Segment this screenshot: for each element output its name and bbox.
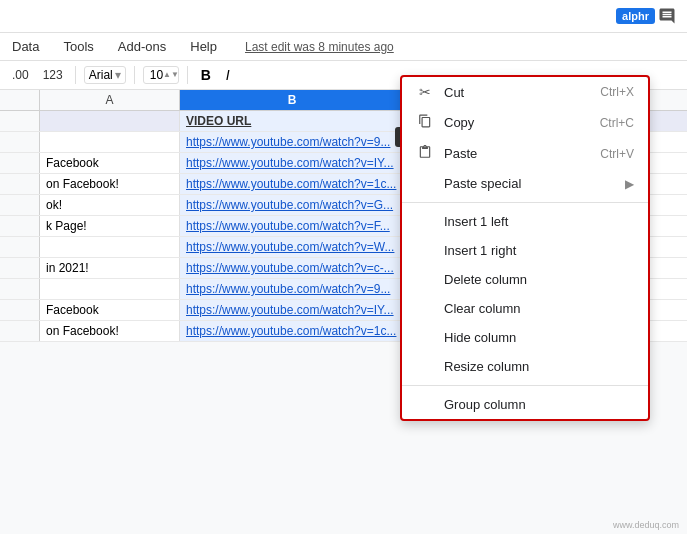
menu-help[interactable]: Help <box>186 37 221 56</box>
ctx-divider-2 <box>402 385 648 386</box>
menu-bar: Data Tools Add-ons Help Last edit was 8 … <box>0 33 687 61</box>
ctx-copy-shortcut: Ctrl+C <box>600 116 634 130</box>
top-bar: alphr <box>0 0 687 33</box>
ctx-delete-col[interactable]: Delete column <box>402 265 648 294</box>
ctx-delete-col-label: Delete column <box>444 272 634 287</box>
ctx-copy-label: Copy <box>444 115 590 130</box>
ctx-paste[interactable]: Paste Ctrl+V <box>402 138 648 169</box>
ctx-cut[interactable]: ✂ Cut Ctrl+X <box>402 77 648 107</box>
ctx-clear-col[interactable]: Clear column <box>402 294 648 323</box>
ctx-copy[interactable]: Copy Ctrl+C <box>402 107 648 138</box>
ctx-insert-left-label: Insert 1 left <box>444 214 634 229</box>
paste-icon <box>416 145 434 162</box>
header-cell-b: VIDEO URL <box>180 111 405 131</box>
brand-badge: alphr <box>616 8 655 24</box>
bold-btn[interactable]: B <box>196 65 216 85</box>
ctx-hide-col[interactable]: Hide column <box>402 323 648 352</box>
row-num-header <box>0 90 40 110</box>
decimal-btn[interactable]: .00 <box>8 66 33 84</box>
header-row-num <box>0 111 40 131</box>
context-menu: ✂ Cut Ctrl+X Copy Ctrl+C Paste Ctrl+V Pa… <box>400 75 650 421</box>
ctx-resize-col-label: Resize column <box>444 359 634 374</box>
ctx-paste-special-label: Paste special <box>444 176 615 191</box>
submenu-arrow-icon: ▶ <box>625 177 634 191</box>
ctx-group-col[interactable]: Group column <box>402 390 648 419</box>
ctx-insert-left[interactable]: Insert 1 left <box>402 207 648 236</box>
font-select[interactable]: Arial ▾ <box>84 66 126 84</box>
toolbar-separator-2 <box>134 66 135 84</box>
header-cell-a <box>40 111 180 131</box>
ctx-divider-1 <box>402 202 648 203</box>
copy-icon <box>416 114 434 131</box>
menu-addons[interactable]: Add-ons <box>114 37 170 56</box>
font-size-box[interactable]: 10 ▲▼ <box>143 66 179 84</box>
ctx-paste-label: Paste <box>444 146 590 161</box>
ctx-group-col-label: Group column <box>444 397 634 412</box>
ctx-paste-shortcut: Ctrl+V <box>600 147 634 161</box>
col-header-b[interactable]: B <box>180 90 405 110</box>
ctx-cut-shortcut: Ctrl+X <box>600 85 634 99</box>
ctx-clear-col-label: Clear column <box>444 301 634 316</box>
ctx-hide-col-label: Hide column <box>444 330 634 345</box>
menu-tools[interactable]: Tools <box>59 37 97 56</box>
col-header-a[interactable]: A <box>40 90 180 110</box>
cut-icon: ✂ <box>416 84 434 100</box>
ctx-resize-col[interactable]: Resize column <box>402 352 648 381</box>
ctx-insert-right-label: Insert 1 right <box>444 243 634 258</box>
toolbar-separator-1 <box>75 66 76 84</box>
format-btn[interactable]: 123 <box>39 66 67 84</box>
toolbar-separator-3 <box>187 66 188 84</box>
italic-btn[interactable]: I <box>222 65 234 85</box>
comment-icon[interactable] <box>655 4 679 28</box>
last-edit: Last edit was 8 minutes ago <box>245 40 394 54</box>
menu-data[interactable]: Data <box>8 37 43 56</box>
watermark: www.deduq.com <box>613 520 679 530</box>
ctx-paste-special[interactable]: Paste special ▶ <box>402 169 648 198</box>
ctx-cut-label: Cut <box>444 85 590 100</box>
ctx-insert-right[interactable]: Insert 1 right <box>402 236 648 265</box>
